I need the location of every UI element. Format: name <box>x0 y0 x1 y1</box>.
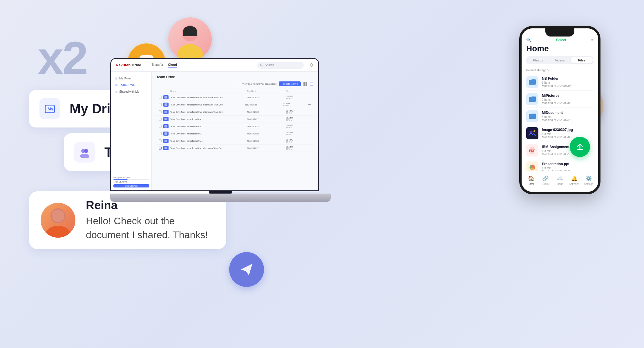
svg-rect-25 <box>310 83 313 83</box>
file-name: Image-0230307.jpg <box>542 128 573 132</box>
grid-icon[interactable] <box>303 82 307 86</box>
file-info: Image-0230307.jpg 1.3 MBModified at 2023… <box>542 128 573 139</box>
file-name: MiDocument <box>542 111 571 115</box>
web-nav-transfer[interactable]: Transfer <box>151 63 163 68</box>
table-row[interactable]: Team Drive folder nameTeam Driv... Nov 3… <box>156 130 314 137</box>
phone-body: 🔍 Select ≡ Home Photos Videos Files Inte… <box>519 26 600 194</box>
sidebar-item-team-drive[interactable]: Team Drive <box>111 82 151 88</box>
svg-rect-22 <box>305 82 307 84</box>
svg-rect-6 <box>183 26 197 35</box>
web-main: Team Drive View only folders you can acc… <box>152 72 318 190</box>
phone-nav-links[interactable]: 🔗 Links <box>538 175 553 185</box>
laptop-base <box>110 194 331 202</box>
table-row[interactable]: Team Drive folder nameTeam Driv... Nov 3… <box>156 116 314 123</box>
phone-notch <box>545 28 574 37</box>
table-row[interactable]: Team Drive folder nameTeam Driv... Nov 3… <box>156 123 314 130</box>
table-row[interactable]: Team Drive folder nameTeam Drive folder … <box>156 108 314 116</box>
svg-point-30 <box>310 104 311 105</box>
cloud-icon: ☁️ <box>557 175 563 182</box>
svg-point-33 <box>533 130 535 132</box>
file-info: NB Folder 1 ItemModified at 2023/01/05 <box>542 76 571 88</box>
gear-icon: ⚙️ <box>585 175 592 182</box>
svg-point-18 <box>261 64 262 66</box>
file-info: Presentation.ppt 1.3 MBModified at 2023/… <box>542 162 571 171</box>
more-icon[interactable] <box>308 103 311 106</box>
phone-container: 🔍 Select ≡ Home Photos Videos Files Inte… <box>519 26 600 194</box>
phone-tab-videos[interactable]: Videos <box>549 57 571 63</box>
notification-icon[interactable] <box>310 63 314 67</box>
list-item[interactable]: MiPictures 2 ItemsModified at 2023/02/03 <box>526 91 594 108</box>
file-icon-pdf: PDF <box>526 144 538 156</box>
svg-point-16 <box>45 226 71 238</box>
web-nav: Transfer Cloud <box>151 63 177 68</box>
web-sidebar: My Drive Team Drive Shared with Me Free … <box>111 72 152 190</box>
file-meta: 1 ItemModified at 2023/01/05 <box>542 81 571 88</box>
web-search-text: Search <box>265 63 274 67</box>
team-drive-icon <box>74 142 95 163</box>
phone-tab-files[interactable]: Files <box>571 57 593 63</box>
phone-breadcrumb[interactable]: Internal storage > <box>522 67 598 74</box>
list-item[interactable]: NB Folder 1 ItemModified at 2023/01/05 <box>526 74 594 91</box>
main-section-title: Team Drive <box>156 75 314 79</box>
nav-label-home: Home <box>528 183 535 185</box>
list-icon[interactable] <box>310 82 314 86</box>
file-meta: 1.3 MBModified at 2023/03/05 <box>542 132 573 139</box>
svg-point-17 <box>52 209 64 222</box>
chat-avatar <box>41 203 75 238</box>
web-body: My Drive Team Drive Shared with Me Free … <box>111 72 318 190</box>
x2-label: x2 <box>38 35 87 81</box>
view-only-check[interactable]: View only folders you can access <box>239 83 276 85</box>
phone-select-button[interactable]: Select <box>556 38 566 42</box>
nav-label-cloud: Cloud <box>556 183 563 185</box>
file-icon-folder <box>526 76 538 88</box>
web-header: Rakuten Drive Transfer Cloud Search <box>111 59 318 72</box>
table-row[interactable]: Team Drive folder nameTeam Drive folder … <box>156 145 314 152</box>
web-search[interactable]: Search <box>257 62 304 69</box>
table-row[interactable]: Team Drive folder nameTeam Drive folder … <box>156 94 314 101</box>
file-info: MiDocument 5 ItemsModified at 2023/02/20 <box>542 111 571 122</box>
list-item[interactable]: MiDocument 5 ItemsModified at 2023/02/20 <box>526 108 594 125</box>
sidebar-item-shared[interactable]: Shared with Me <box>111 88 151 95</box>
create-team-btn[interactable]: + Create team fo <box>279 81 301 86</box>
home-icon: 🏠 <box>528 175 534 182</box>
phone-nav-home[interactable]: 🏠 Home <box>524 175 538 185</box>
phone-tab-photos[interactable]: Photos <box>527 57 549 63</box>
svg-point-13 <box>84 149 88 153</box>
nav-label-settings: Settings <box>584 183 594 185</box>
phone-nav-activities[interactable]: 🔔 Activities <box>567 175 582 185</box>
phone-header: 🔍 Select ≡ Home Photos Videos Files <box>522 38 598 67</box>
file-name: Presentation.ppt <box>542 162 571 166</box>
svg-rect-26 <box>310 84 313 84</box>
svg-rect-21 <box>303 82 305 84</box>
table-row[interactable]: Team Drive folder nameTeam Driv... Nov 3… <box>156 137 314 145</box>
bell-icon: 🔔 <box>571 175 578 182</box>
phone-screen: 🔍 Select ≡ Home Photos Videos Files Inte… <box>522 28 598 192</box>
table-row[interactable]: Team Drive folder nameTeam Drive folder … <box>156 101 314 108</box>
phone-nav-settings[interactable]: ⚙️ Settings <box>581 175 596 185</box>
sidebar-storage: Free personal plan 125.5MB / 3TB Upgrade… <box>113 176 149 187</box>
svg-point-29 <box>309 104 310 105</box>
phone-search-icon[interactable]: 🔍 <box>526 38 531 42</box>
list-item[interactable]: Presentation.ppt 1.3 MBModified at 2023/… <box>526 159 594 171</box>
sidebar-item-my-drive[interactable]: My Drive <box>111 75 151 82</box>
main-toolbar: View only folders you can access + Creat… <box>156 81 314 86</box>
file-meta: 5 ItemsModified at 2023/02/20 <box>542 115 571 122</box>
file-info: MiPictures 2 ItemsModified at 2023/02/03 <box>542 94 571 105</box>
phone-file-list: NB Folder 1 ItemModified at 2023/01/05 M… <box>522 74 598 171</box>
svg-point-28 <box>308 104 309 105</box>
svg-rect-24 <box>305 84 307 86</box>
laptop-container: Rakuten Drive Transfer Cloud Search <box>110 58 331 212</box>
my-drive-icon: My <box>39 98 60 119</box>
phone-nav-cloud[interactable]: ☁️ Cloud <box>553 175 567 185</box>
svg-text:My: My <box>48 107 53 111</box>
svg-point-14 <box>80 154 89 158</box>
file-table: Name Modified Size Team Drive folder nam… <box>156 89 314 152</box>
web-nav-cloud[interactable]: Cloud <box>168 63 177 68</box>
file-icon-folder <box>526 110 538 122</box>
upload-fab[interactable] <box>570 137 590 157</box>
nav-label-links: Links <box>542 183 549 185</box>
file-meta: 1.3 MBModified at 2023/04/05 <box>542 167 571 171</box>
phone-menu-icon[interactable]: ≡ <box>591 38 594 42</box>
chat-message: Hello! Check out the document I shared. … <box>86 214 215 242</box>
phone-bottom-nav: 🏠 Home 🔗 Links ☁️ Cloud 🔔 Activities ⚙️ <box>522 171 598 192</box>
